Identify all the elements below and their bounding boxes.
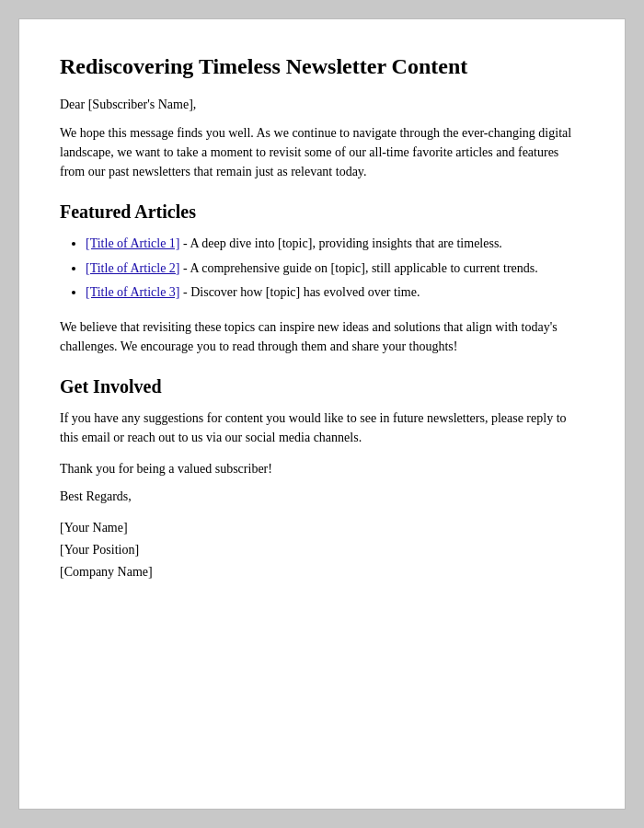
article-2-description: - A comprehensive guide on [topic], stil…	[180, 261, 538, 275]
thank-you-text: Thank you for being a valued subscriber!	[60, 462, 584, 477]
list-item: [Title of Article 1] - A deep dive into …	[86, 234, 584, 254]
featured-articles-heading: Featured Articles	[60, 201, 584, 223]
salutation-text: Dear [Subscriber's Name],	[60, 98, 584, 112]
page-title: Rediscovering Timeless Newsletter Conten…	[60, 52, 584, 81]
regards-text: Best Regards,	[60, 489, 584, 504]
get-involved-heading: Get Involved	[60, 376, 584, 397]
signature-block: [Your Name] [Your Position] [Company Nam…	[60, 517, 584, 582]
get-involved-section: Get Involved If you have any suggestions…	[60, 376, 584, 582]
list-item: [Title of Article 3] - Discover how [top…	[86, 282, 584, 303]
signature-name: [Your Name]	[60, 517, 584, 539]
list-item: [Title of Article 2] - A comprehensive g…	[86, 259, 584, 279]
intro-paragraph: We hope this message finds you well. As …	[60, 123, 584, 181]
email-container: Rediscovering Timeless Newsletter Conten…	[18, 18, 626, 810]
article-2-link[interactable]: [Title of Article 2]	[86, 261, 180, 275]
get-involved-paragraph: If you have any suggestions for content …	[60, 408, 584, 447]
article-3-link[interactable]: [Title of Article 3]	[86, 285, 180, 299]
signature-company: [Company Name]	[60, 561, 584, 583]
featured-follow-up: We believe that revisiting these topics …	[60, 317, 584, 356]
article-list: [Title of Article 1] - A deep dive into …	[86, 234, 584, 303]
article-3-description: - Discover how [topic] has evolved over …	[180, 285, 420, 299]
article-1-link[interactable]: [Title of Article 1]	[86, 236, 180, 250]
signature-position: [Your Position]	[60, 539, 584, 561]
article-1-description: - A deep dive into [topic], providing in…	[180, 236, 502, 250]
